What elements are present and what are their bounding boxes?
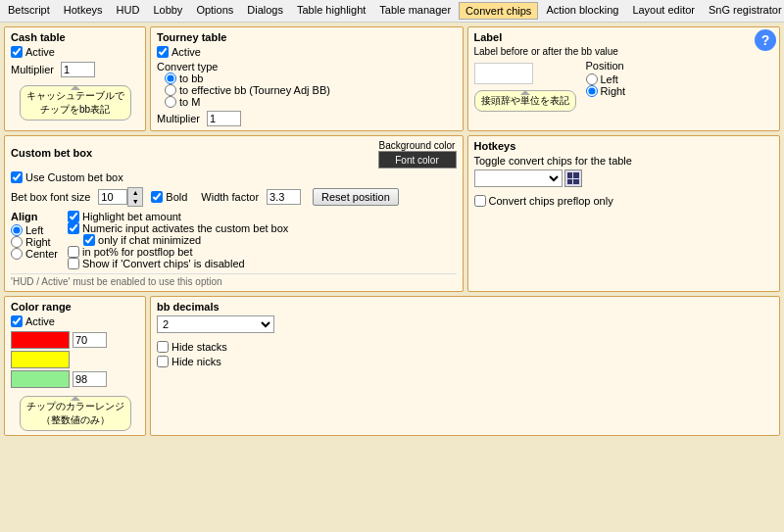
- numeric-label[interactable]: Numeric input activates the custom bet b…: [68, 222, 288, 234]
- menu-action-blocking[interactable]: Action blocking: [540, 2, 624, 20]
- menu-betscript[interactable]: Betscript: [2, 2, 56, 20]
- spin-down-btn[interactable]: ▼: [128, 197, 142, 206]
- convert-type-label: Convert type: [157, 61, 457, 73]
- show-checkbox[interactable]: [68, 258, 79, 269]
- cash-table-active-checkbox[interactable]: [11, 46, 23, 58]
- multiplier-input[interactable]: [61, 62, 95, 77]
- label-title: Label: [474, 31, 774, 43]
- label-tooltip-area: 接頭辞や単位を表記: [474, 90, 576, 112]
- color-tooltip-area: チップのカラーレンジ （整数値のみ）: [11, 396, 139, 431]
- bg-color-area: Background color Font color: [378, 140, 457, 169]
- hide-stacks-label[interactable]: Hide stacks: [157, 341, 773, 353]
- menu-hud[interactable]: HUD: [111, 2, 146, 20]
- main-content: Cash table Active Multiplier キャッシュテーブルで …: [0, 23, 784, 440]
- hotkeys-panel: Hotkeys Toggle convert chips for the tab…: [467, 135, 781, 292]
- width-factor-input[interactable]: [267, 189, 301, 205]
- font-size-label: Bet box font size: [11, 191, 90, 203]
- hide-stacks-checkbox[interactable]: [157, 341, 169, 353]
- custom-bet-box-panel: Custom bet box Background color Font col…: [4, 135, 464, 292]
- font-size-input[interactable]: [98, 189, 127, 205]
- align-center-radio[interactable]: [11, 248, 23, 260]
- color-val-2[interactable]: [73, 371, 107, 387]
- hotkey-input-group: [474, 169, 774, 187]
- option-bb-radio[interactable]: [165, 73, 176, 84]
- color-val-1[interactable]: [73, 332, 107, 348]
- position-label: Position: [586, 60, 626, 72]
- align-and-checks: Align Left Right Center Highlight bet a: [11, 211, 457, 269]
- spin-up-btn[interactable]: ▲: [128, 188, 142, 197]
- cash-tooltip: キャッシュテーブルで チップをbb表記: [20, 85, 131, 121]
- preflop-checkbox[interactable]: [474, 195, 486, 207]
- option-effbb-radio[interactable]: [165, 84, 176, 96]
- option-m-radio[interactable]: [165, 96, 176, 108]
- color-range-title: Color range: [11, 301, 139, 313]
- hotkey-select[interactable]: [474, 169, 563, 187]
- color-strip-red[interactable]: [11, 331, 70, 349]
- chat-checkbox[interactable]: [83, 234, 95, 246]
- numeric-checkbox[interactable]: [68, 222, 79, 234]
- pos-right-label[interactable]: Right: [586, 85, 626, 97]
- hide-nicks-label[interactable]: Hide nicks: [157, 356, 773, 367]
- label-content: 接頭辞や単位を表記 Position Left Right: [474, 60, 774, 112]
- menu-options[interactable]: Options: [190, 2, 239, 20]
- tourney-active-label[interactable]: Active: [157, 46, 457, 58]
- bold-label[interactable]: Bold: [151, 191, 187, 203]
- font-size-spinbox: ▲ ▼: [98, 187, 143, 207]
- highlight-label[interactable]: Highlight bet amount: [68, 211, 288, 222]
- align-left-label[interactable]: Left: [11, 224, 58, 236]
- bg-color-box[interactable]: Font color: [378, 151, 457, 169]
- color-strip-green[interactable]: [11, 370, 70, 388]
- tourney-table-title: Tourney table: [157, 31, 457, 43]
- cash-tooltip-area: キャッシュテーブルで チップをbb表記: [11, 85, 139, 121]
- cash-table-title: Cash table: [11, 31, 139, 43]
- cash-table-active-label[interactable]: Active: [11, 46, 139, 58]
- color-range-active-label[interactable]: Active: [11, 315, 139, 327]
- bg-color-label: Background color: [378, 140, 457, 151]
- bb-decimals-panel: bb decimals 2 0 1 3 4 Hide stacks Hide n…: [150, 296, 780, 436]
- option-bb-label[interactable]: to bb: [165, 73, 457, 84]
- show-label[interactable]: Show if 'Convert chips' is disabled: [68, 258, 288, 269]
- pos-left-label[interactable]: Left: [586, 73, 626, 85]
- cash-table-panel: Cash table Active Multiplier キャッシュテーブルで …: [4, 26, 146, 131]
- align-center-label[interactable]: Center: [11, 248, 58, 260]
- tourney-active-checkbox[interactable]: [157, 46, 169, 58]
- menu-layout-editor[interactable]: Layout editor: [626, 2, 701, 20]
- convert-options: to bb to effective bb (Tourney Adj BB) t…: [165, 73, 457, 108]
- tourney-multiplier-input[interactable]: [207, 111, 241, 126]
- label-input-box[interactable]: [474, 63, 533, 84]
- hotkeys-title: Hotkeys: [474, 140, 774, 152]
- reset-position-btn[interactable]: Reset position: [313, 188, 399, 206]
- highlight-checkbox[interactable]: [68, 211, 79, 222]
- menu-table-highlight[interactable]: Table highlight: [291, 2, 371, 20]
- menu-lobby[interactable]: Lobby: [147, 2, 188, 20]
- align-right-label[interactable]: Right: [11, 236, 58, 248]
- hide-nicks-checkbox[interactable]: [157, 356, 169, 367]
- pos-right-radio[interactable]: [586, 85, 598, 97]
- hide-options: Hide stacks Hide nicks: [157, 341, 773, 367]
- help-button[interactable]: ?: [755, 29, 776, 51]
- bold-checkbox[interactable]: [151, 191, 163, 203]
- pot-checkbox[interactable]: [68, 246, 79, 258]
- chat-label[interactable]: only if chat minimized: [68, 234, 288, 246]
- menu-dialogs[interactable]: Dialogs: [241, 2, 289, 20]
- pos-left-radio[interactable]: [586, 73, 598, 85]
- menu-convert-chips[interactable]: Convert chips: [459, 2, 538, 20]
- preflop-label[interactable]: Convert chips preflop only: [474, 195, 774, 207]
- menu-sng-registrator[interactable]: SnG registrator: [703, 2, 784, 20]
- align-right-radio[interactable]: [11, 236, 23, 248]
- use-custom-label[interactable]: Use Custom bet box: [11, 171, 457, 183]
- spin-buttons: ▲ ▼: [127, 187, 143, 207]
- color-strip-yellow[interactable]: [11, 351, 70, 368]
- option-effbb-label[interactable]: to effective bb (Tourney Adj BB): [165, 84, 457, 96]
- grid-icon[interactable]: [564, 169, 582, 187]
- pot-label[interactable]: in pot% for postflop bet: [68, 246, 288, 258]
- option-m-label[interactable]: to M: [165, 96, 457, 108]
- menu-table-manager[interactable]: Table manager: [373, 2, 457, 20]
- menu-hotkeys[interactable]: Hotkeys: [58, 2, 109, 20]
- align-left-radio[interactable]: [11, 224, 23, 236]
- multiplier-row: Multiplier: [11, 62, 139, 77]
- color-range-active-checkbox[interactable]: [11, 315, 23, 327]
- bb-decimals-select[interactable]: 2 0 1 3 4: [157, 315, 274, 333]
- check-options: Highlight bet amount Numeric input activ…: [68, 211, 288, 269]
- use-custom-checkbox[interactable]: [11, 171, 23, 183]
